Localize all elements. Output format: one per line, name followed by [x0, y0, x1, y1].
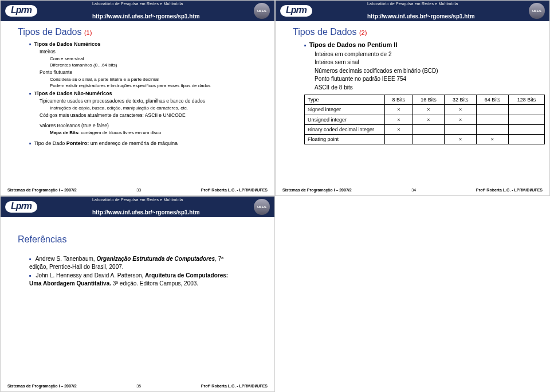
footer-right: Profª Roberta L.G. - LPRM/DI/UFES	[201, 188, 268, 192]
banner: Lprm Laboratório de Pesquisa em Redes e …	[1, 1, 274, 21]
banner-lab-label: Laboratório de Pesquisa em Redes e Multi…	[92, 198, 183, 202]
lprm-logo: Lprm	[280, 3, 312, 19]
slide-content: Tipos de Dados no Pentium II Inteiros em…	[276, 41, 549, 144]
item-inteiros-sinal: Com e sem sinal	[50, 56, 263, 62]
lprm-logo: Lprm	[5, 3, 37, 19]
page-number: 33	[136, 188, 141, 192]
banner-lab-label: Laboratório de Pesquisa em Redes e Multi…	[367, 2, 458, 6]
table-row: Binary coded decimal integer ×	[305, 124, 545, 134]
item-pf-registradores: Podem existir registradores e instruções…	[50, 83, 263, 89]
ref-hennessy-patterson: John L. Hennessy and David A. Patterson,…	[29, 272, 263, 287]
empty-quadrant	[275, 196, 550, 392]
item-ponto-flutuante: Ponto flutuante	[40, 69, 263, 76]
col-type: Type	[305, 95, 385, 105]
item-int-compl2: Inteiros em complemento de 2	[315, 50, 538, 58]
item-inteiros-tamanhos: Diferentes tamanhos (8…64 bits)	[50, 62, 263, 69]
heading-numericos: Tipos de Dados Numéricos	[29, 41, 263, 48]
footer: Sistemas de Programação I – 2007/2 33 Pr…	[1, 188, 274, 192]
types-table: Type 8 Bits 16 Bits 32 Bits 64 Bits 128 …	[304, 95, 545, 144]
ref-tanenbaum: Andrew S. Tanenbaum, Organização Estrutu…	[29, 255, 263, 271]
slide-33: Lprm Laboratório de Pesquisa em Redes e …	[0, 0, 275, 196]
table-header-row: Type 8 Bits 16 Bits 32 Bits 64 Bits 128 …	[305, 95, 545, 105]
slide-title: Referências	[18, 234, 274, 245]
slide-34: Lprm Laboratório de Pesquisa em Redes e …	[275, 0, 550, 196]
col-16bits: 16 Bits	[412, 95, 445, 105]
table-row: Unsigned integer × × ×	[305, 115, 545, 124]
footer-left: Sistemas de Programação I – 2007/2	[7, 188, 77, 192]
footer-left: Sistemas de Programação I – 2007/2	[282, 188, 352, 192]
footer-left: Sistemas de Programação I – 2007/2	[7, 384, 77, 388]
item-nn-codigos: Códigos mais usados atualmente de caract…	[40, 112, 263, 119]
col-8bits: 8 Bits	[385, 95, 413, 105]
banner-url: http://www.inf.ufes.br/~rgomes/sp1.htm	[92, 209, 200, 215]
slide-title: Tipos de Dados (2)	[293, 27, 549, 37]
item-ponteiro: Tipo de Dado Ponteiro: um endereço de me…	[29, 140, 263, 147]
table-row: Floating point × ×	[305, 134, 545, 144]
item-nn-usados: Tipicamente usados em processadores de t…	[40, 98, 263, 104]
item-pf-partes: Considera-se o sinal, a parte inteira e …	[50, 77, 263, 83]
lprm-logo: Lprm	[5, 199, 37, 215]
col-128bits: 128 Bits	[508, 95, 544, 105]
item-nn-instrucoes: Instruções de cópia, busca, edição, mani…	[50, 105, 263, 112]
heading-pentium: Tipos de Dados no Pentium II	[304, 41, 538, 49]
item-ieee754: Ponto flutuante no padrão IEEE 754	[315, 75, 538, 83]
page-number: 34	[411, 188, 416, 192]
col-32bits: 32 Bits	[445, 95, 477, 105]
banner: Lprm Laboratório de Pesquisa em Redes e …	[276, 1, 549, 21]
slide-35: Lprm Laboratório de Pesquisa em Redes e …	[0, 196, 275, 392]
item-inteiros: Inteiros	[40, 49, 263, 55]
banner: Lprm Laboratório de Pesquisa em Redes e …	[1, 197, 274, 217]
footer: Sistemas de Programação I – 2007/2 35 Pr…	[1, 384, 274, 388]
banner-url: http://www.inf.ufes.br/~rgomes/sp1.htm	[367, 13, 475, 19]
banner-lab-label: Laboratório de Pesquisa em Redes e Multi…	[92, 2, 183, 6]
banner-url: http://www.inf.ufes.br/~rgomes/sp1.htm	[92, 13, 200, 19]
footer-right: Profª Roberta L.G. - LPRM/DI/UFES	[201, 384, 268, 388]
item-bcd: Números decimais codificados em binário …	[315, 67, 538, 75]
ufes-logo: UFES	[254, 3, 270, 19]
item-int-sem-sinal: Inteiros sem sinal	[315, 58, 538, 66]
item-mapa-bits: Mapa de Bits: contagem de blocos livres …	[50, 130, 263, 136]
footer: Sistemas de Programação I – 2007/2 34 Pr…	[276, 188, 549, 192]
heading-nao-numericos: Tipos de Dados Não-Numéricos	[29, 90, 263, 97]
col-64bits: 64 Bits	[477, 95, 509, 105]
page-number: 35	[136, 384, 141, 388]
slide-content: Tipos de Dados Numéricos Inteiros Com e …	[1, 41, 274, 147]
item-booleanos: Valores Booleanos (true e false)	[40, 123, 263, 129]
slide-title: Tipos de Dados (1)	[18, 27, 274, 37]
slide-content: Andrew S. Tanenbaum, Organização Estrutu…	[1, 255, 274, 287]
ufes-logo: UFES	[254, 199, 270, 215]
table-row: Signed integer × × ×	[305, 105, 545, 115]
ufes-logo: UFES	[529, 3, 545, 19]
footer-right: Profª Roberta L.G. - LPRM/DI/UFES	[476, 188, 543, 192]
item-ascii: ASCII de 8 bits	[315, 84, 538, 92]
